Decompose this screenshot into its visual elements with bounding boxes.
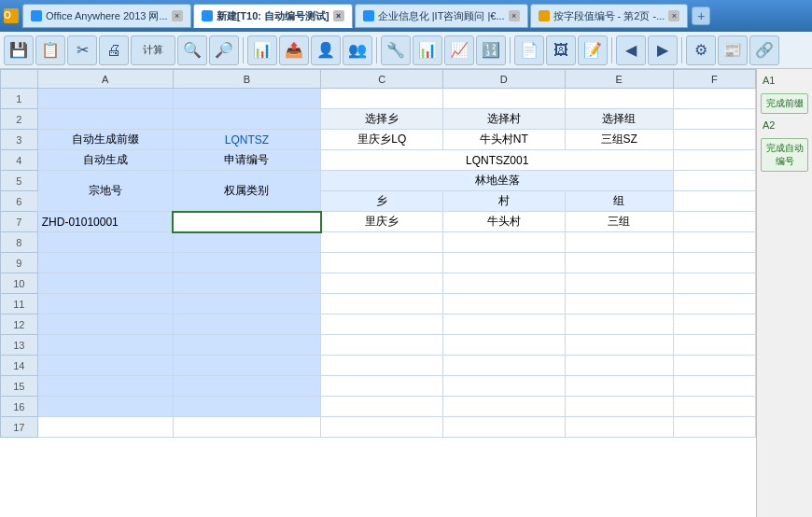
col-header-a[interactable]: A bbox=[37, 70, 173, 89]
print-btn[interactable]: 🖨 bbox=[99, 35, 129, 65]
cell-e15[interactable] bbox=[565, 376, 673, 397]
tab-close-btn[interactable]: × bbox=[172, 10, 183, 21]
cell-b17[interactable] bbox=[173, 417, 321, 438]
cell-b8[interactable] bbox=[173, 232, 321, 253]
cell-e9[interactable] bbox=[565, 253, 673, 273]
cell-c2[interactable]: 选择乡 bbox=[321, 109, 443, 130]
cell-c6[interactable]: 乡 bbox=[321, 191, 443, 212]
cell-c10[interactable] bbox=[321, 273, 443, 294]
cell-f11[interactable] bbox=[673, 294, 755, 314]
func2-btn[interactable]: 📰 bbox=[718, 35, 748, 65]
cell-d14[interactable] bbox=[443, 356, 566, 376]
save-btn[interactable]: 💾 bbox=[4, 35, 34, 65]
cell-e10[interactable] bbox=[565, 273, 673, 294]
cell-d11[interactable] bbox=[443, 294, 566, 314]
cell-e1[interactable] bbox=[565, 89, 673, 109]
cut-btn[interactable]: ✂ bbox=[67, 35, 97, 65]
cell-d9[interactable] bbox=[443, 253, 566, 273]
chart-btn[interactable]: 📊 bbox=[247, 35, 277, 65]
cell-a3[interactable]: 自动生成前缀 bbox=[37, 130, 173, 150]
cell-f14[interactable] bbox=[673, 356, 755, 376]
cell-c8[interactable] bbox=[321, 232, 443, 253]
cell-f15[interactable] bbox=[673, 376, 755, 397]
cell-cde5-merged[interactable]: 林地坐落 bbox=[321, 171, 674, 191]
new-tab-button[interactable]: + bbox=[692, 7, 710, 25]
cell-e11[interactable] bbox=[565, 294, 673, 314]
cell-a15[interactable] bbox=[37, 376, 173, 397]
cell-d10[interactable] bbox=[443, 273, 566, 294]
cell-e13[interactable] bbox=[565, 335, 673, 356]
nav-prev[interactable]: ◀ bbox=[616, 35, 646, 65]
cell-f8[interactable] bbox=[673, 232, 755, 253]
cell-a1[interactable] bbox=[37, 89, 173, 109]
cell-d17[interactable] bbox=[443, 417, 566, 438]
cell-a17[interactable] bbox=[37, 417, 173, 438]
cell-c16[interactable] bbox=[321, 397, 443, 417]
user-btn[interactable]: 👤 bbox=[311, 35, 341, 65]
cell-d7[interactable]: 牛头村 bbox=[443, 212, 566, 232]
export-btn[interactable]: 📤 bbox=[279, 35, 309, 65]
chart2-btn[interactable]: 📊 bbox=[413, 35, 442, 65]
cell-a10[interactable] bbox=[37, 273, 173, 294]
cell-d16[interactable] bbox=[443, 397, 566, 417]
complete-prefix-button[interactable]: 完成前缀 bbox=[761, 93, 808, 114]
nav-next[interactable]: ▶ bbox=[648, 35, 678, 65]
col-header-c[interactable]: C bbox=[321, 70, 443, 89]
cell-e16[interactable] bbox=[565, 397, 673, 417]
cell-b16[interactable] bbox=[173, 397, 321, 417]
cell-f5[interactable] bbox=[673, 171, 755, 191]
cell-c12[interactable] bbox=[321, 314, 443, 335]
cell-d12[interactable] bbox=[443, 314, 566, 335]
cell-e12[interactable] bbox=[565, 314, 673, 335]
cell-a9[interactable] bbox=[37, 253, 173, 273]
col-header-f[interactable]: F bbox=[673, 70, 755, 89]
cell-d2[interactable]: 选择村 bbox=[443, 109, 566, 130]
cell-f9[interactable] bbox=[673, 253, 755, 273]
cell-b12[interactable] bbox=[173, 314, 321, 335]
cell-f10[interactable] bbox=[673, 273, 755, 294]
cell-c9[interactable] bbox=[321, 253, 443, 273]
cell-e6[interactable]: 组 bbox=[565, 191, 673, 212]
col-header-b[interactable]: B bbox=[173, 70, 321, 89]
cell-e7[interactable]: 三组 bbox=[565, 212, 673, 232]
cell-e17[interactable] bbox=[565, 417, 673, 438]
cell-c11[interactable] bbox=[321, 294, 443, 314]
cell-f2[interactable] bbox=[673, 109, 755, 130]
cell-f13[interactable] bbox=[673, 335, 755, 356]
num-btn[interactable]: 🔢 bbox=[476, 35, 506, 65]
cell-a11[interactable] bbox=[37, 294, 173, 314]
tab-close-btn[interactable]: × bbox=[668, 10, 679, 21]
cell-b10[interactable] bbox=[173, 273, 321, 294]
cell-f17[interactable] bbox=[673, 417, 755, 438]
col-header-e[interactable]: E bbox=[565, 70, 673, 89]
tab-enterprise[interactable]: 企业信息化 |IT咨询顾问 |€... × bbox=[355, 4, 528, 28]
cell-f16[interactable] bbox=[673, 397, 755, 417]
complete-auto-button[interactable]: 完成自动编号 bbox=[761, 138, 808, 172]
cell-d15[interactable] bbox=[443, 376, 566, 397]
cell-a14[interactable] bbox=[37, 356, 173, 376]
cell-a56-merged[interactable]: 宗地号 bbox=[37, 171, 173, 212]
cell-d13[interactable] bbox=[443, 335, 566, 356]
cell-b56-merged[interactable]: 权属类别 bbox=[173, 171, 321, 212]
image-btn[interactable]: 🖼 bbox=[546, 35, 576, 65]
edit-btn[interactable]: 📝 bbox=[578, 35, 608, 65]
search-btn[interactable]: 🔍 bbox=[177, 35, 207, 65]
settings-btn[interactable]: 🔧 bbox=[381, 35, 411, 65]
cell-c13[interactable] bbox=[321, 335, 443, 356]
cell-f3[interactable] bbox=[673, 130, 755, 150]
cell-f7[interactable] bbox=[673, 212, 755, 232]
cell-a7[interactable]: ZHD-01010001 bbox=[37, 212, 173, 232]
users-btn[interactable]: 👥 bbox=[343, 35, 372, 65]
tab-xinjian[interactable]: 新建[T10: 自动编号测试] × bbox=[193, 4, 353, 28]
stats-btn[interactable]: 📈 bbox=[444, 35, 474, 65]
tab-close-btn[interactable]: × bbox=[509, 10, 520, 21]
cell-c15[interactable] bbox=[321, 376, 443, 397]
cell-f4[interactable] bbox=[673, 150, 755, 171]
cell-a16[interactable] bbox=[37, 397, 173, 417]
cell-a4[interactable]: 自动生成 bbox=[37, 150, 173, 171]
cell-b4[interactable]: 申请编号 bbox=[173, 150, 321, 171]
col-header-d[interactable]: D bbox=[443, 70, 566, 89]
cell-c7[interactable]: 里庆乡 bbox=[321, 212, 443, 232]
tab-office-anywhere[interactable]: Office Anywhere 2013 网... × bbox=[22, 4, 191, 28]
cell-b15[interactable] bbox=[173, 376, 321, 397]
